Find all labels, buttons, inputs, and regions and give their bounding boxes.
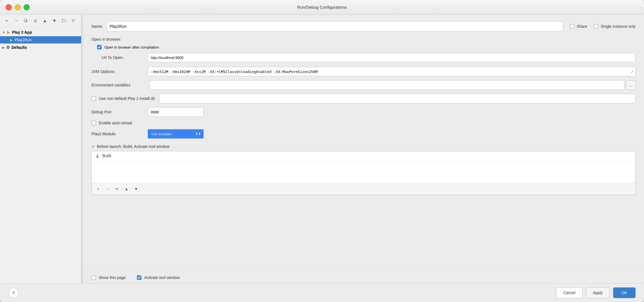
env-row: Environment variables … xyxy=(91,80,636,90)
sort-button[interactable] xyxy=(70,17,77,25)
build-icon xyxy=(95,154,100,158)
jvm-expand-icon[interactable]: ⤢ xyxy=(631,69,634,74)
open-in-browser-label: Open in browser after compilation xyxy=(104,45,159,49)
show-page-checkbox[interactable] xyxy=(91,275,96,280)
sidebar: + − ▲ ▼ xyxy=(0,15,81,283)
debug-port-row: Debug Port xyxy=(91,107,636,117)
before-launch-header: ▼ Before launch: Build, Activate tool wi… xyxy=(91,144,636,149)
before-launch-toolbar: + − ✏ ▲ ▼ xyxy=(92,183,635,195)
share-checkbox-item: Share xyxy=(570,24,587,29)
bl-up-button[interactable]: ▲ xyxy=(123,185,130,193)
autoreload-row: Enable auto-reload xyxy=(91,121,636,125)
play2app-icon: ▶ xyxy=(7,30,10,35)
autoreload-label: Enable auto-reload xyxy=(99,121,132,125)
traffic-lights xyxy=(6,4,30,10)
debug-port-label: Debug Port xyxy=(91,110,148,114)
before-launch-item-label: Build xyxy=(102,154,111,158)
copy-config-button[interactable] xyxy=(22,17,30,25)
open-in-browser-header: Open in browser: xyxy=(91,37,636,42)
sidebar-label-play2app: Play 2 App xyxy=(12,30,32,35)
sidebar-item-defaults[interactable]: ▶ ⚙ Defaults xyxy=(0,44,81,51)
settings-config-button[interactable] xyxy=(31,17,39,25)
jvm-row: JVM Options: ⤢ xyxy=(91,67,636,76)
dialog-buttons: ? Cancel Apply OK xyxy=(0,283,644,302)
ok-button[interactable]: OK xyxy=(613,287,636,298)
url-row: Url To Open: xyxy=(91,53,636,62)
svg-point-2 xyxy=(35,20,36,21)
jvm-input-wrap: ⤢ xyxy=(148,67,636,76)
open-browser-check-row: Open in browser after compilation xyxy=(91,45,636,49)
non-default-checkbox[interactable] xyxy=(91,96,96,101)
before-launch-arrow-icon[interactable]: ▼ xyxy=(91,145,95,148)
bl-down-button[interactable]: ▼ xyxy=(132,185,140,193)
defaults-icon: ⚙ xyxy=(6,45,10,50)
apply-button[interactable]: Apply xyxy=(586,287,610,298)
maximize-button[interactable] xyxy=(24,4,30,10)
share-checkbox[interactable] xyxy=(570,24,574,29)
module-select-wrapper: <no module> ⬆⬇ xyxy=(148,129,204,139)
play2run-icon: ▶ xyxy=(10,38,13,42)
activate-tool-window-checkbox-item: Activate tool window xyxy=(137,275,180,280)
bl-add-button[interactable]: + xyxy=(94,185,102,193)
button-group: Cancel Apply OK xyxy=(556,287,636,298)
name-input[interactable] xyxy=(106,21,563,31)
bl-edit-button[interactable]: ✏ xyxy=(113,185,121,193)
activate-tool-window-label: Activate tool window xyxy=(144,275,180,280)
debug-port-input[interactable] xyxy=(148,107,204,117)
module-select[interactable]: <no module> xyxy=(148,129,204,139)
jvm-input[interactable] xyxy=(148,67,636,76)
folder-button[interactable] xyxy=(60,17,68,25)
env-input[interactable] xyxy=(149,80,624,90)
single-instance-checkbox-item: Single instance only xyxy=(594,24,636,29)
activate-tool-window-checkbox[interactable] xyxy=(137,275,141,280)
non-default-row: Use non-default Play 2 install dir xyxy=(91,94,636,103)
jvm-label: JVM Options: xyxy=(91,69,148,74)
minimize-button[interactable] xyxy=(15,4,21,10)
show-page-label: Show this page xyxy=(99,275,126,280)
window-title: Run/Debug Configurations xyxy=(297,5,347,10)
show-page-checkbox-item: Show this page xyxy=(91,275,126,280)
install-dir-input[interactable] xyxy=(159,94,636,103)
titlebar: Run/Debug Configurations xyxy=(0,0,644,15)
close-button[interactable] xyxy=(6,4,12,10)
env-browse-button[interactable]: … xyxy=(626,80,636,90)
before-launch-item-build: Build xyxy=(92,151,635,161)
module-label: Play2 Module: xyxy=(91,132,148,136)
open-in-browser-checkbox[interactable] xyxy=(97,45,102,49)
url-input[interactable] xyxy=(148,53,636,62)
main-content: + − ▲ ▼ xyxy=(0,15,644,283)
tree-arrow-defaults: ▶ xyxy=(2,46,4,49)
sidebar-label-play2run: Play2Run xyxy=(15,38,32,42)
move-down-button[interactable]: ▼ xyxy=(51,17,58,25)
module-row: Play2 Module: <no module> ⬆⬇ xyxy=(91,129,636,139)
name-row: Name: xyxy=(91,21,563,31)
before-launch-list: Build + − ✏ ▲ ▼ xyxy=(91,151,636,195)
env-label: Environment variables xyxy=(91,83,148,87)
sidebar-label-defaults: Defaults xyxy=(12,45,27,50)
autoreload-checkbox[interactable] xyxy=(91,121,96,125)
bottom-checkboxes: Show this page Activate tool window xyxy=(83,272,644,283)
config-area: Name: Share Single instance only xyxy=(83,15,644,272)
header-row: Name: Share Single instance only xyxy=(91,21,636,31)
url-label: Url To Open: xyxy=(91,55,148,60)
svg-rect-1 xyxy=(24,19,26,21)
open-in-browser-section: Open in browser: Open in browser after c… xyxy=(91,37,636,62)
non-default-label: Use non-default Play 2 install dir xyxy=(99,96,155,101)
cancel-button[interactable]: Cancel xyxy=(556,287,583,298)
help-button[interactable]: ? xyxy=(8,288,19,298)
add-config-button[interactable]: + xyxy=(3,17,11,25)
share-label: Share xyxy=(577,24,587,29)
remove-config-button[interactable]: − xyxy=(12,17,20,25)
name-label: Name: xyxy=(91,24,103,29)
header-checkboxes: Share Single instance only xyxy=(570,24,636,29)
bl-remove-button[interactable]: − xyxy=(104,185,111,193)
single-instance-checkbox[interactable] xyxy=(594,24,598,29)
sidebar-toolbar: + − ▲ ▼ xyxy=(0,15,81,27)
move-up-button[interactable]: ▲ xyxy=(41,17,49,25)
window: Run/Debug Configurations + − xyxy=(0,0,644,302)
sidebar-item-play2app[interactable]: ▼ ▶ Play 2 App xyxy=(0,28,81,36)
tree-arrow-play2app: ▼ xyxy=(2,31,5,34)
sidebar-tree: ▼ ▶ Play 2 App ▶ Play2Run ▶ ⚙ Defaults xyxy=(0,27,81,283)
sidebar-item-play2run[interactable]: ▶ Play2Run xyxy=(0,36,81,44)
before-launch-section: ▼ Before launch: Build, Activate tool wi… xyxy=(91,144,636,195)
